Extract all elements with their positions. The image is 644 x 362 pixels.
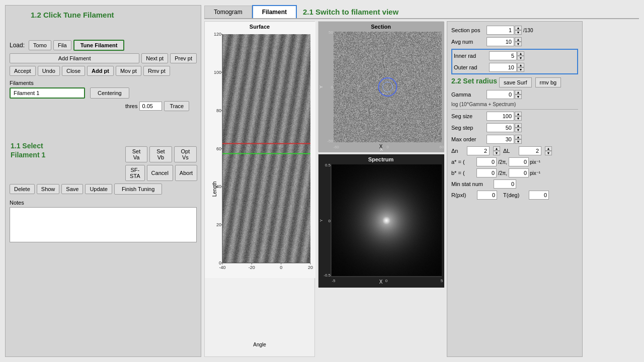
max-order-input[interactable]: [487, 135, 514, 144]
gamma-up[interactable]: ▲: [515, 90, 522, 95]
gamma-input[interactable]: [487, 90, 514, 99]
avg-num-input[interactable]: [487, 37, 514, 46]
trace-button[interactable]: Trace: [164, 101, 189, 111]
gamma-down[interactable]: ▼: [515, 95, 522, 99]
set-radius-row: 2.2 Set radius save Surf rmv bg: [451, 77, 578, 87]
t-deg-input[interactable]: [529, 191, 549, 200]
cancel-button[interactable]: Cancel: [147, 165, 173, 181]
rmv-pt-button[interactable]: Rmv pt: [143, 66, 170, 76]
outer-rad-row: Outer rad ▲ ▼: [454, 63, 576, 72]
thres-input[interactable]: [139, 102, 162, 111]
min-stat-label: Min stat num: [451, 181, 492, 187]
delta-l-up[interactable]: ▲: [545, 146, 552, 151]
section-pos-label: Section pos: [451, 27, 487, 33]
right-content: Tomogram Filament 2.1 Switch to filament…: [204, 5, 639, 357]
delta-l-down[interactable]: ▼: [545, 151, 552, 155]
b-star-sep: /2π,: [498, 170, 507, 176]
inner-rad-up[interactable]: ▲: [517, 51, 524, 56]
delta-n-up[interactable]: ▲: [493, 146, 500, 151]
set-vb-button[interactable]: Set Vb: [149, 146, 172, 162]
filament-select[interactable]: Filament 1: [10, 87, 85, 99]
max-order-down[interactable]: ▼: [515, 139, 522, 144]
seg-size-down[interactable]: ▼: [515, 116, 522, 121]
seg-step-up[interactable]: ▲: [515, 123, 522, 128]
seg-step-row: Seg step ▲ ▼: [451, 123, 578, 132]
add-filament-button[interactable]: Add Filament: [10, 53, 139, 63]
show-button[interactable]: Show: [37, 184, 60, 194]
seg-step-down[interactable]: ▼: [515, 128, 522, 132]
inner-rad-input[interactable]: [489, 51, 517, 60]
delta-n-spinner: ▲ ▼: [493, 146, 500, 155]
section-pos-down[interactable]: ▼: [515, 30, 522, 35]
max-order-row: Max order ▲ ▼: [451, 135, 578, 144]
mov-pt-button[interactable]: Mov pt: [116, 66, 141, 76]
r-pxl-input[interactable]: [477, 191, 497, 200]
sf-sta-button[interactable]: SF-STA: [125, 165, 145, 181]
spectrum-chart: Spectrum X: [318, 154, 444, 287]
abort-button[interactable]: Abort: [175, 165, 197, 181]
tomo-button[interactable]: Tomo: [29, 40, 51, 50]
delta-n-label: Δn: [451, 148, 464, 154]
prev-pt-button[interactable]: Prev pt: [170, 53, 197, 63]
surface-x-label: Angle: [253, 342, 266, 347]
outer-rad-up[interactable]: ▲: [517, 63, 524, 67]
section-pos-up[interactable]: ▲: [515, 26, 522, 30]
section-spectrum-col: Section X Spectrum X: [318, 21, 444, 357]
undo-button[interactable]: Undo: [38, 66, 60, 76]
b-star-row: b* = ( /2π, pix⁻¹: [451, 168, 578, 177]
gamma-spinner: ▲ ▼: [515, 90, 522, 99]
spectrum-x-label: X: [379, 279, 383, 285]
b-star-input-1[interactable]: [476, 168, 497, 177]
a-star-input-1[interactable]: [476, 157, 497, 166]
tab-tomogram[interactable]: Tomogram: [204, 6, 252, 18]
outer-rad-down[interactable]: ▼: [517, 67, 524, 72]
seg-size-input[interactable]: [487, 112, 514, 121]
min-stat-input[interactable]: [494, 179, 516, 189]
accept-button[interactable]: Accept: [10, 66, 36, 76]
section-pos-input[interactable]: [487, 26, 514, 35]
notes-textarea[interactable]: [10, 207, 197, 242]
avg-num-down[interactable]: ▼: [515, 42, 522, 46]
seg-step-label: Seg step: [451, 125, 487, 131]
empty-area: [10, 114, 197, 144]
a-star-input-2[interactable]: [509, 157, 529, 166]
save-surf-button[interactable]: save Surf: [499, 77, 531, 87]
b-star-input-2[interactable]: [509, 168, 529, 177]
spectrum-chart-title: Spectrum: [368, 156, 394, 162]
fila-button[interactable]: Fila: [53, 40, 71, 50]
log-label: log (10^Gamma + Spectrum): [451, 102, 578, 107]
delta-l-input[interactable]: [519, 146, 541, 155]
seg-size-up[interactable]: ▲: [515, 112, 522, 116]
delta-l-spinner: ▲ ▼: [545, 146, 552, 155]
tab-filament[interactable]: Filament: [252, 5, 297, 18]
finish-tuning-button[interactable]: Finish Tuning: [114, 184, 162, 195]
opt-vs-button[interactable]: Opt Vs: [174, 146, 197, 162]
surface-chart: Surface Angle Length: [204, 21, 315, 357]
gamma-label: Gamma: [451, 92, 487, 98]
add-pt-button[interactable]: Add pt: [87, 66, 114, 76]
rmv-bg-button[interactable]: rmv bg: [535, 77, 561, 87]
set-va-button[interactable]: Set Va: [125, 146, 147, 162]
save-button[interactable]: Save: [61, 184, 83, 194]
next-pt-button[interactable]: Next pt: [141, 53, 168, 63]
delete-button[interactable]: Delete: [10, 184, 35, 194]
centering-button[interactable]: Centering: [90, 87, 129, 99]
avg-num-up[interactable]: ▲: [515, 37, 522, 42]
close-button[interactable]: Close: [62, 66, 85, 76]
bottom-row: Delete Show Save Update Finish Tuning: [10, 184, 197, 195]
annotation-2-2: 2.2 Set radius: [451, 77, 497, 85]
seg-step-input[interactable]: [487, 123, 514, 132]
delta-n-down[interactable]: ▼: [493, 151, 500, 155]
outer-rad-input[interactable]: [489, 63, 517, 72]
delta-row: Δn ▲ ▼ ΔL ▲ ▼: [451, 146, 578, 155]
section-x-label: X: [379, 144, 383, 149]
update-button[interactable]: Update: [85, 184, 112, 194]
add-next-prev-row: Add Filament Next pt Prev pt: [10, 53, 197, 63]
tune-filament-button[interactable]: Tune Filament: [73, 40, 125, 51]
delta-n-input[interactable]: [467, 146, 490, 155]
min-stat-row: Min stat num: [451, 179, 578, 189]
max-order-up[interactable]: ▲: [515, 135, 522, 139]
a-star-row: a* = ( /2π, pix⁻¹: [451, 157, 578, 166]
inner-rad-down[interactable]: ▼: [517, 56, 524, 60]
seg-size-row: Seg size ▲ ▼: [451, 112, 578, 121]
